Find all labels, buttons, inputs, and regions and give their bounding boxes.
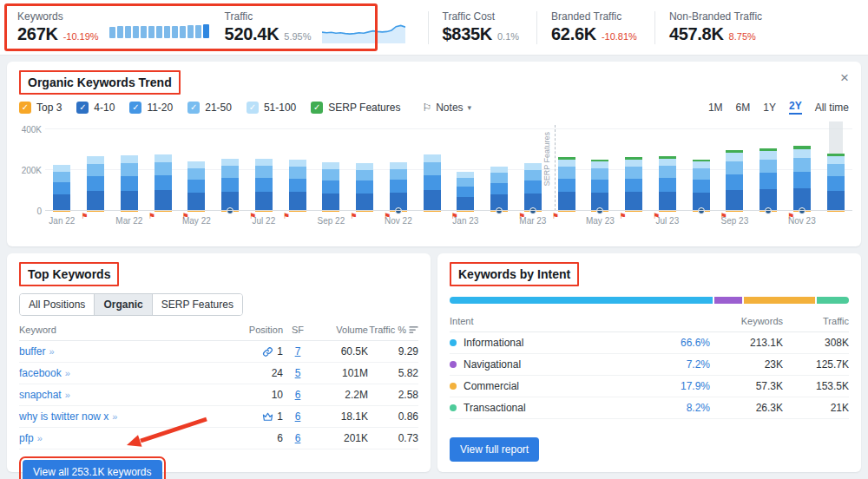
note-flag-icon[interactable]: ⚑ xyxy=(181,212,188,220)
metric-non-branded-traffic[interactable]: Non-Branded Traffic 457.8K 8.75% xyxy=(669,10,762,44)
legend-top-3[interactable]: ✓Top 3 xyxy=(19,102,62,114)
trend-bar-jul-23[interactable]: Jul 23⚑ xyxy=(651,128,685,211)
range-1y[interactable]: 1Y xyxy=(763,102,776,114)
legend-4-10[interactable]: ✓4-10 xyxy=(76,102,115,114)
intent-percent-link[interactable]: 7.2% xyxy=(687,358,710,371)
range-all-time[interactable]: All time xyxy=(815,102,849,114)
google-update-icon[interactable] xyxy=(765,207,772,214)
note-flag-icon[interactable]: ⚑ xyxy=(283,212,290,220)
trend-bar-jul-22[interactable]: Jul 22⚑ xyxy=(247,128,281,211)
metric-branded-traffic[interactable]: Branded Traffic 62.6K -10.81% xyxy=(551,10,637,44)
double-chevron-icon[interactable]: » xyxy=(65,368,70,378)
note-flag-icon[interactable]: ⚑ xyxy=(787,212,794,220)
tab-serp-features[interactable]: SERP Features xyxy=(153,294,242,315)
column-traffic-pct[interactable]: Traffic % xyxy=(368,325,418,335)
range-2y[interactable]: 2Y xyxy=(789,100,802,115)
view-all-keywords-button[interactable]: View all 253.1K keywords xyxy=(23,460,162,479)
sf-link[interactable]: 5 xyxy=(295,367,301,379)
google-update-icon[interactable] xyxy=(596,207,603,214)
note-flag-icon[interactable]: ⚑ xyxy=(518,212,525,220)
trend-bar-jun-22[interactable] xyxy=(214,128,247,211)
trend-bar-dec-23[interactable] xyxy=(819,128,852,211)
view-full-report-button[interactable]: View full report xyxy=(450,437,539,462)
trend-bar-nov-22[interactable]: Nov 22⚑ xyxy=(382,128,416,211)
note-flag-icon[interactable]: ⚑ xyxy=(450,212,457,220)
double-chevron-icon[interactable]: » xyxy=(37,433,43,443)
legend-serp-features[interactable]: ✓SERP Features xyxy=(311,102,400,114)
sf-link[interactable]: 6 xyxy=(295,432,301,444)
double-chevron-icon[interactable]: » xyxy=(49,346,54,357)
google-update-icon[interactable] xyxy=(799,207,806,214)
trend-bar-jan-23[interactable]: Jan 23⚑ xyxy=(449,128,483,211)
trend-bar-oct-23[interactable] xyxy=(752,128,786,211)
legend-21-50[interactable]: ✓21-50 xyxy=(187,102,232,114)
trend-bar-oct-22[interactable]: ⚑ xyxy=(348,128,382,211)
checkbox-icon[interactable]: ✓ xyxy=(19,102,31,114)
trend-bar-apr-22[interactable]: ⚑ xyxy=(146,128,180,211)
keyword-link[interactable]: facebook xyxy=(19,367,62,379)
intent-bar-transactional[interactable] xyxy=(817,297,849,304)
double-chevron-icon[interactable]: » xyxy=(65,390,70,400)
google-update-icon[interactable] xyxy=(395,207,402,214)
sf-link[interactable]: 6 xyxy=(295,410,301,423)
trend-bar-jan-22[interactable]: Jan 22 xyxy=(45,128,79,211)
note-flag-icon[interactable]: ⚑ xyxy=(249,212,256,220)
checkbox-icon[interactable]: ✓ xyxy=(247,102,259,114)
note-flag-icon[interactable]: ⚑ xyxy=(81,212,88,220)
tab-all-positions[interactable]: All Positions xyxy=(20,294,95,315)
keyword-link[interactable]: why is twitter now x xyxy=(19,410,108,423)
trend-bar-feb-22[interactable]: ⚑ xyxy=(79,128,113,211)
intent-percent-link[interactable]: 66.6% xyxy=(681,337,710,349)
note-flag-icon[interactable]: ⚑ xyxy=(619,212,626,220)
google-update-icon[interactable] xyxy=(698,207,705,214)
sf-link[interactable]: 7 xyxy=(295,345,301,358)
note-flag-icon[interactable]: ⚑ xyxy=(148,212,155,220)
keyword-link[interactable]: buffer xyxy=(19,345,45,358)
checkbox-icon[interactable]: ✓ xyxy=(76,102,89,114)
checkbox-icon[interactable]: ✓ xyxy=(187,102,200,114)
column-position[interactable]: Position xyxy=(227,325,283,335)
trend-bar-sep-23[interactable]: Sep 23⚑ xyxy=(718,128,752,211)
trend-bar-nov-23[interactable]: Nov 23⚑ xyxy=(786,128,819,211)
intent-bar-commercial[interactable] xyxy=(744,297,814,304)
intent-bar-informational[interactable] xyxy=(450,297,713,304)
metric-traffic-cost[interactable]: Traffic Cost $835K 0.1% xyxy=(443,10,520,44)
metric-keywords[interactable]: Keywords 267K -10.19% xyxy=(17,10,99,44)
column-volume[interactable]: Volume xyxy=(312,325,368,335)
range-6m[interactable]: 6M xyxy=(736,102,751,114)
google-update-icon[interactable] xyxy=(529,207,536,214)
double-chevron-icon[interactable]: » xyxy=(112,411,117,422)
trend-bar-jun-23[interactable]: ⚑ xyxy=(617,128,651,211)
legend-51-100[interactable]: ✓51-100 xyxy=(247,102,296,114)
note-flag-icon[interactable]: ⚑ xyxy=(552,212,559,220)
trend-bar-dec-22[interactable] xyxy=(415,128,449,211)
google-update-icon[interactable] xyxy=(496,207,503,214)
close-icon[interactable]: × xyxy=(840,70,849,85)
keyword-link[interactable]: pfp xyxy=(19,432,34,444)
trend-bar-sep-22[interactable]: Sep 22 xyxy=(314,128,348,211)
sort-icon[interactable] xyxy=(409,326,418,334)
keyword-link[interactable]: snapchat xyxy=(19,389,62,401)
intent-percent-link[interactable]: 8.2% xyxy=(687,402,710,414)
metric-traffic[interactable]: Traffic 520.4K 5.95% xyxy=(225,10,312,44)
intent-percent-link[interactable]: 17.9% xyxy=(681,380,710,392)
trend-bar-mar-22[interactable]: Mar 22 xyxy=(113,128,147,211)
range-1m[interactable]: 1M xyxy=(708,102,723,114)
note-flag-icon[interactable]: ⚑ xyxy=(350,212,357,220)
checkbox-icon[interactable]: ✓ xyxy=(129,102,141,114)
intent-bar-navigational[interactable] xyxy=(714,297,743,304)
note-flag-icon[interactable]: ⚑ xyxy=(720,212,727,220)
notes-dropdown[interactable]: ⚐ Notes ▾ xyxy=(422,102,471,114)
tab-organic[interactable]: Organic xyxy=(95,294,152,315)
checkbox-icon[interactable]: ✓ xyxy=(311,102,323,114)
trend-bar-may-23[interactable]: May 23 xyxy=(583,128,617,211)
note-flag-icon[interactable]: ⚑ xyxy=(384,212,391,220)
sf-link[interactable]: 6 xyxy=(295,389,301,401)
legend-11-20[interactable]: ✓11-20 xyxy=(129,102,173,114)
trend-bar-aug-22[interactable]: ⚑ xyxy=(280,128,314,211)
trend-bar-feb-23[interactable] xyxy=(483,128,516,211)
trend-bar-may-22[interactable]: May 22⚑ xyxy=(180,128,214,211)
google-update-icon[interactable] xyxy=(227,207,233,214)
trend-bar-aug-23[interactable] xyxy=(684,128,718,211)
column-sf[interactable]: SF xyxy=(283,325,312,335)
